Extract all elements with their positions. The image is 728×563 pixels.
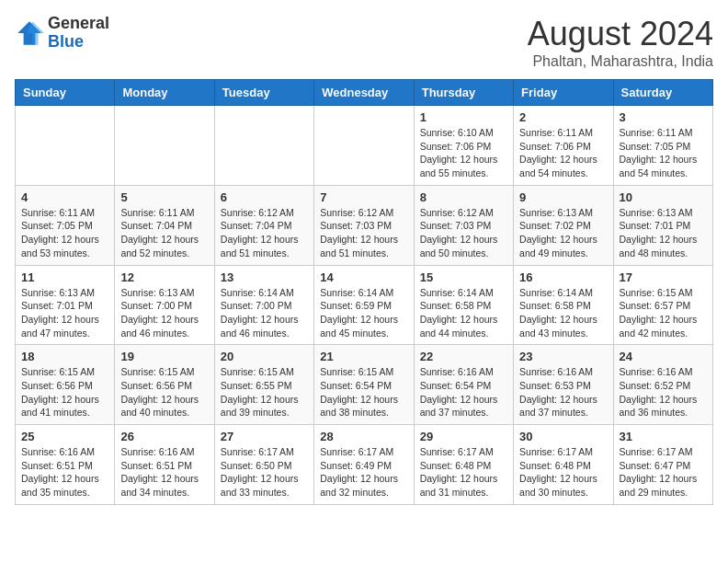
day-info: Sunrise: 6:12 AM Sunset: 7:03 PM Dayligh…	[320, 206, 407, 260]
logo-blue-text: Blue	[48, 32, 84, 51]
weekday-header-friday: Friday	[514, 80, 613, 106]
calendar-cell: 21Sunrise: 6:15 AM Sunset: 6:54 PM Dayli…	[314, 345, 414, 425]
day-info: Sunrise: 6:16 AM Sunset: 6:53 PM Dayligh…	[519, 365, 607, 419]
calendar-cell: 20Sunrise: 6:15 AM Sunset: 6:55 PM Dayli…	[214, 345, 313, 425]
calendar-cell: 14Sunrise: 6:14 AM Sunset: 6:59 PM Dayli…	[314, 265, 414, 345]
day-info: Sunrise: 6:15 AM Sunset: 6:57 PM Dayligh…	[620, 286, 707, 340]
day-info: Sunrise: 6:13 AM Sunset: 7:02 PM Dayligh…	[519, 206, 607, 260]
calendar-cell: 1Sunrise: 6:10 AM Sunset: 7:06 PM Daylig…	[414, 106, 513, 186]
day-number: 4	[21, 190, 108, 204]
weekday-header-sunday: Sunday	[16, 80, 115, 106]
day-info: Sunrise: 6:15 AM Sunset: 6:55 PM Dayligh…	[221, 365, 308, 419]
weekday-header-thursday: Thursday	[414, 80, 513, 106]
calendar-week-row: 4Sunrise: 6:11 AM Sunset: 7:05 PM Daylig…	[16, 185, 713, 265]
calendar-cell: 8Sunrise: 6:12 AM Sunset: 7:03 PM Daylig…	[414, 185, 513, 265]
day-info: Sunrise: 6:17 AM Sunset: 6:48 PM Dayligh…	[420, 445, 507, 500]
day-number: 7	[320, 190, 407, 204]
calendar-cell: 11Sunrise: 6:13 AM Sunset: 7:01 PM Dayli…	[16, 265, 115, 345]
day-number: 29	[420, 430, 507, 443]
calendar-cell: 2Sunrise: 6:11 AM Sunset: 7:06 PM Daylig…	[514, 106, 613, 186]
day-number: 21	[320, 350, 407, 363]
title-block: August 2024 Phaltan, Maharashtra, India	[528, 15, 713, 70]
calendar-week-row: 1Sunrise: 6:10 AM Sunset: 7:06 PM Daylig…	[16, 106, 713, 186]
day-number: 28	[320, 430, 407, 443]
day-info: Sunrise: 6:11 AM Sunset: 7:05 PM Dayligh…	[620, 126, 707, 180]
day-info: Sunrise: 6:12 AM Sunset: 7:04 PM Dayligh…	[221, 206, 308, 260]
calendar-cell: 3Sunrise: 6:11 AM Sunset: 7:05 PM Daylig…	[613, 106, 712, 186]
day-number: 27	[221, 430, 308, 443]
day-info: Sunrise: 6:15 AM Sunset: 6:56 PM Dayligh…	[120, 365, 208, 419]
day-info: Sunrise: 6:14 AM Sunset: 7:00 PM Dayligh…	[221, 286, 308, 340]
day-number: 13	[221, 270, 308, 284]
calendar-cell: 27Sunrise: 6:17 AM Sunset: 6:50 PM Dayli…	[214, 425, 313, 505]
calendar-week-row: 11Sunrise: 6:13 AM Sunset: 7:01 PM Dayli…	[16, 265, 713, 345]
calendar-week-row: 18Sunrise: 6:15 AM Sunset: 6:56 PM Dayli…	[16, 345, 713, 425]
day-info: Sunrise: 6:10 AM Sunset: 7:06 PM Dayligh…	[420, 126, 507, 180]
weekday-header-saturday: Saturday	[613, 80, 712, 106]
day-number: 11	[21, 270, 108, 284]
weekday-header-monday: Monday	[115, 80, 214, 106]
page-header: General Blue August 2024 Phaltan, Mahara…	[15, 15, 713, 70]
month-title: August 2024	[528, 15, 713, 53]
day-info: Sunrise: 6:13 AM Sunset: 7:00 PM Dayligh…	[120, 286, 208, 340]
calendar-cell: 23Sunrise: 6:16 AM Sunset: 6:53 PM Dayli…	[514, 345, 613, 425]
day-info: Sunrise: 6:16 AM Sunset: 6:52 PM Dayligh…	[620, 365, 707, 419]
calendar-cell: 10Sunrise: 6:13 AM Sunset: 7:01 PM Dayli…	[613, 185, 712, 265]
calendar-cell: 16Sunrise: 6:14 AM Sunset: 6:58 PM Dayli…	[514, 265, 613, 345]
day-info: Sunrise: 6:11 AM Sunset: 7:05 PM Dayligh…	[21, 206, 108, 260]
calendar-cell: 19Sunrise: 6:15 AM Sunset: 6:56 PM Dayli…	[115, 345, 214, 425]
calendar-cell: 17Sunrise: 6:15 AM Sunset: 6:57 PM Dayli…	[613, 265, 712, 345]
day-info: Sunrise: 6:14 AM Sunset: 6:58 PM Dayligh…	[519, 286, 607, 340]
day-number: 17	[620, 270, 707, 284]
day-info: Sunrise: 6:15 AM Sunset: 6:56 PM Dayligh…	[21, 365, 108, 419]
calendar-week-row: 25Sunrise: 6:16 AM Sunset: 6:51 PM Dayli…	[16, 425, 713, 505]
day-number: 22	[420, 350, 507, 363]
calendar-cell: 18Sunrise: 6:15 AM Sunset: 6:56 PM Dayli…	[16, 345, 115, 425]
day-info: Sunrise: 6:14 AM Sunset: 6:58 PM Dayligh…	[420, 286, 507, 340]
calendar-cell	[214, 106, 313, 186]
day-number: 24	[620, 350, 707, 363]
day-number: 5	[120, 190, 208, 204]
day-info: Sunrise: 6:12 AM Sunset: 7:03 PM Dayligh…	[420, 206, 507, 260]
calendar-cell: 12Sunrise: 6:13 AM Sunset: 7:00 PM Dayli…	[115, 265, 214, 345]
day-info: Sunrise: 6:16 AM Sunset: 6:51 PM Dayligh…	[21, 445, 108, 500]
day-info: Sunrise: 6:17 AM Sunset: 6:50 PM Dayligh…	[221, 445, 308, 500]
day-number: 12	[120, 270, 208, 284]
day-info: Sunrise: 6:16 AM Sunset: 6:54 PM Dayligh…	[420, 365, 507, 419]
calendar-table: SundayMondayTuesdayWednesdayThursdayFrid…	[15, 79, 713, 505]
day-info: Sunrise: 6:17 AM Sunset: 6:48 PM Dayligh…	[519, 445, 607, 500]
day-number: 26	[120, 430, 208, 443]
calendar-cell: 31Sunrise: 6:17 AM Sunset: 6:47 PM Dayli…	[613, 425, 712, 505]
day-info: Sunrise: 6:16 AM Sunset: 6:51 PM Dayligh…	[120, 445, 208, 500]
logo: General Blue	[15, 15, 109, 52]
calendar-cell: 7Sunrise: 6:12 AM Sunset: 7:03 PM Daylig…	[314, 185, 414, 265]
day-number: 6	[221, 190, 308, 204]
day-number: 15	[420, 270, 507, 284]
calendar-cell: 4Sunrise: 6:11 AM Sunset: 7:05 PM Daylig…	[16, 185, 115, 265]
calendar-cell: 26Sunrise: 6:16 AM Sunset: 6:51 PM Dayli…	[115, 425, 214, 505]
day-number: 30	[519, 430, 607, 443]
day-number: 2	[519, 110, 607, 124]
day-number: 8	[420, 190, 507, 204]
weekday-header-row: SundayMondayTuesdayWednesdayThursdayFrid…	[16, 80, 713, 106]
calendar-cell: 25Sunrise: 6:16 AM Sunset: 6:51 PM Dayli…	[16, 425, 115, 505]
calendar-cell: 30Sunrise: 6:17 AM Sunset: 6:48 PM Dayli…	[514, 425, 613, 505]
calendar-cell: 29Sunrise: 6:17 AM Sunset: 6:48 PM Dayli…	[414, 425, 513, 505]
day-info: Sunrise: 6:13 AM Sunset: 7:01 PM Dayligh…	[21, 286, 108, 340]
calendar-cell: 6Sunrise: 6:12 AM Sunset: 7:04 PM Daylig…	[214, 185, 313, 265]
day-number: 23	[519, 350, 607, 363]
weekday-header-tuesday: Tuesday	[214, 80, 313, 106]
day-info: Sunrise: 6:17 AM Sunset: 6:49 PM Dayligh…	[320, 445, 407, 500]
day-number: 19	[120, 350, 208, 363]
calendar-cell: 9Sunrise: 6:13 AM Sunset: 7:02 PM Daylig…	[514, 185, 613, 265]
day-info: Sunrise: 6:13 AM Sunset: 7:01 PM Dayligh…	[620, 206, 707, 260]
day-number: 20	[221, 350, 308, 363]
day-info: Sunrise: 6:11 AM Sunset: 7:04 PM Dayligh…	[120, 206, 208, 260]
day-number: 31	[620, 430, 707, 443]
weekday-header-wednesday: Wednesday	[314, 80, 414, 106]
day-number: 1	[420, 110, 507, 124]
logo-general-text: General	[48, 14, 109, 32]
day-number: 18	[21, 350, 108, 363]
calendar-cell	[16, 106, 115, 186]
calendar-cell	[115, 106, 214, 186]
